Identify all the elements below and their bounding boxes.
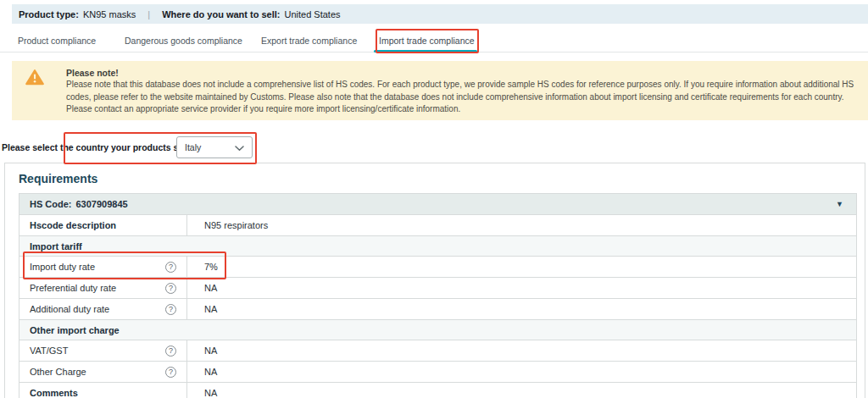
product-type-value: KN95 masks (83, 9, 136, 19)
tab-product-compliance[interactable]: Product compliance (18, 30, 96, 52)
table-section-row: Import tariff (19, 236, 856, 257)
requirements-table-body: Hscode description N95 respirators Impor… (19, 215, 856, 398)
table-row-hscode-description: Hscode description N95 respirators (19, 215, 856, 236)
hs-code-header[interactable]: HS Code:6307909845 ▼ (19, 194, 856, 215)
table-row-other-charge: Other Charge ? NA (19, 362, 856, 383)
table-row-import-duty-rate: Import duty rate ? 7% (19, 257, 856, 278)
row-value: NA (204, 304, 217, 314)
table-section-row: Other import charge (19, 320, 856, 340)
row-value: NA (204, 345, 217, 356)
row-label: Hscode description (30, 220, 116, 230)
chevron-down-icon (235, 140, 244, 155)
help-icon[interactable]: ? (165, 304, 176, 315)
row-value: N95 respirators (204, 220, 268, 230)
tab-export-trade-compliance[interactable]: Export trade compliance (261, 30, 357, 52)
row-value: 7% (204, 262, 218, 272)
topbar: Product type: KN95 masks | Where do you … (12, 4, 868, 24)
row-label: VAT/GST (30, 345, 68, 356)
ship-from-select[interactable]: Italy (176, 136, 253, 158)
requirements-table: HS Code:6307909845 ▼ Hscode description … (19, 193, 857, 398)
section-label: Other import charge (30, 325, 120, 335)
requirements-heading: Requirements (19, 172, 97, 185)
section-label: Import tariff (30, 241, 82, 252)
row-label: Other Charge (30, 367, 86, 377)
table-row-comments: Comments NA (19, 383, 856, 398)
table-row-vat-gst: VAT/GST ? NA (19, 340, 856, 362)
page: Product type: KN95 masks | Where do you … (0, 0, 868, 398)
topbar-separator: | (147, 9, 150, 19)
help-icon[interactable]: ? (165, 283, 176, 294)
tab-dangerous-goods-compliance[interactable]: Dangerous goods compliance (125, 30, 242, 52)
tab-import-trade-compliance[interactable]: Import trade compliance (379, 30, 475, 52)
row-label: Import duty rate (30, 262, 95, 272)
product-type-label: Product type: (19, 9, 79, 19)
row-value: NA (204, 388, 217, 398)
ship-from-row: Please select the country your products … (2, 136, 866, 160)
sell-destination-label: Where do you want to sell: (162, 9, 280, 19)
sell-destination-value: United States (284, 9, 340, 19)
active-tab-underline (374, 50, 477, 53)
ship-from-selected-value: Italy (185, 142, 201, 152)
help-icon[interactable]: ? (165, 367, 176, 378)
warning-icon (25, 69, 44, 86)
notice-text: Please note! Please note that this datab… (66, 67, 868, 116)
table-row-preferential-duty-rate: Preferential duty rate ? NA (19, 278, 856, 299)
row-label: Preferential duty rate (30, 283, 116, 293)
row-value: NA (204, 367, 217, 377)
collapse-caret-icon[interactable]: ▼ (836, 200, 843, 208)
tab-bar: Product complianceDangerous goods compli… (0, 30, 868, 52)
row-value: NA (204, 283, 217, 293)
hs-code-text: HS Code:6307909845 (30, 199, 128, 209)
help-icon[interactable]: ? (165, 262, 176, 273)
help-icon[interactable]: ? (165, 345, 176, 357)
row-label: Additional duty rate (30, 304, 109, 314)
requirements-panel: Requirements HS Code:6307909845 ▼ Hscode… (4, 163, 865, 398)
row-label: Comments (30, 388, 78, 398)
notice-title: Please note! (66, 67, 868, 79)
notice-banner: Please note! Please note that this datab… (12, 61, 868, 120)
table-row-additional-duty-rate: Additional duty rate ? NA (19, 299, 856, 320)
notice-body: Please note that this database does not … (66, 79, 868, 116)
